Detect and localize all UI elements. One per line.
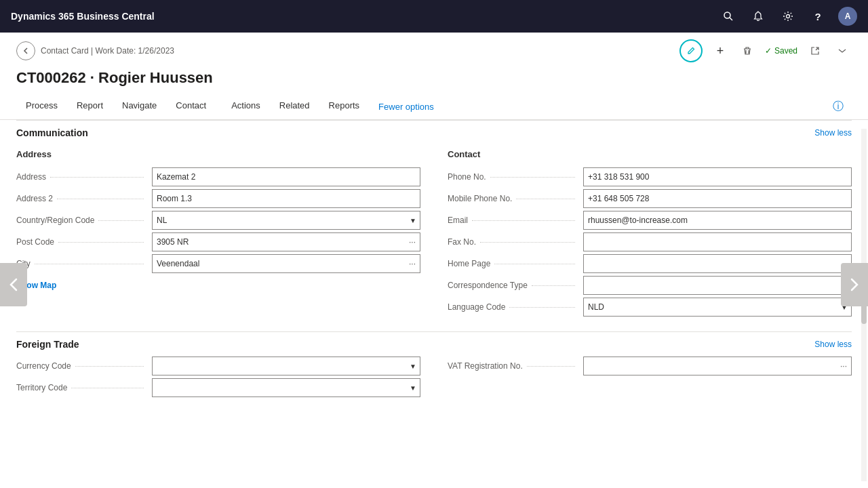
topbar: Dynamics 365 Business Central ? A bbox=[0, 0, 868, 33]
territory-select[interactable] bbox=[152, 378, 420, 397]
foreign-trade-right-column: VAT Registration No. ··· bbox=[448, 355, 852, 399]
svg-point-0 bbox=[724, 12, 730, 18]
user-avatar[interactable]: A bbox=[838, 7, 857, 26]
postcode-lookup-icon[interactable]: ··· bbox=[405, 233, 420, 251]
tab-contact[interactable]: Contact bbox=[166, 94, 216, 119]
email-field-row: Email bbox=[448, 209, 852, 231]
country-select[interactable]: NL bbox=[152, 211, 420, 230]
settings-icon[interactable] bbox=[778, 7, 797, 26]
vat-input-wrapper: ··· bbox=[583, 357, 852, 375]
postcode-input[interactable] bbox=[152, 232, 420, 251]
currency-label: Currency Code bbox=[16, 361, 152, 371]
phone-label: Phone No. bbox=[448, 172, 583, 182]
territory-label: Territory Code bbox=[16, 383, 152, 392]
mobile-input[interactable] bbox=[583, 189, 852, 208]
phone-field-row: Phone No. bbox=[448, 166, 852, 188]
saved-status: ✓ Saved bbox=[765, 46, 797, 56]
correspondence-field-row: Correspondence Type ▼ bbox=[448, 274, 852, 296]
vat-lookup-icon[interactable]: ··· bbox=[836, 357, 851, 375]
notification-icon[interactable] bbox=[749, 7, 768, 26]
foreign-trade-title: Foreign Trade bbox=[16, 339, 79, 350]
currency-select-wrapper: ▼ bbox=[152, 357, 420, 375]
contact-column: Contact Phone No. Mobile Phone No. bbox=[448, 144, 852, 318]
homepage-label: Home Page bbox=[448, 259, 583, 268]
phone-input[interactable] bbox=[583, 167, 852, 186]
tab-group-1: Process Report Navigate Contact bbox=[16, 94, 216, 119]
communication-form-grid: Address Address Address 2 bbox=[16, 144, 852, 331]
back-button[interactable] bbox=[16, 41, 35, 60]
main-content: Communication Show less Address Address bbox=[0, 120, 868, 488]
add-button[interactable]: + bbox=[711, 41, 730, 60]
communication-section-header: Communication Show less bbox=[16, 120, 852, 144]
page-header: Contact Card | Work Date: 1/26/2023 + ✓ … bbox=[0, 33, 868, 120]
tab-report[interactable]: Report bbox=[67, 94, 113, 119]
foreign-trade-left-column: Currency Code ▼ bbox=[16, 355, 420, 399]
territory-field-row: Territory Code ▼ bbox=[16, 377, 420, 399]
postcode-field-row: Post Code ··· bbox=[16, 231, 420, 253]
language-field-row: Language Code NLD ▼ bbox=[448, 296, 852, 318]
tab-related[interactable]: Related bbox=[270, 94, 319, 119]
open-new-window-icon[interactable] bbox=[806, 41, 825, 60]
info-icon[interactable]: ⓘ bbox=[825, 94, 852, 119]
city-input[interactable] bbox=[152, 254, 420, 273]
help-icon[interactable]: ? bbox=[808, 7, 827, 26]
city-field-row: City ··· bbox=[16, 253, 420, 274]
tab-navigate[interactable]: Navigate bbox=[113, 94, 166, 119]
address2-label: Address 2 bbox=[16, 194, 152, 203]
tab-group-2: Actions Related Reports bbox=[222, 94, 369, 119]
city-input-wrapper: ··· bbox=[152, 254, 420, 273]
address2-field-row: Address 2 bbox=[16, 188, 420, 209]
tab-bar: Process Report Navigate Contact Actions … bbox=[16, 94, 852, 119]
delete-button[interactable] bbox=[738, 41, 757, 60]
nav-arrow-right[interactable] bbox=[841, 263, 868, 306]
address-input[interactable] bbox=[152, 167, 420, 186]
email-label: Email bbox=[448, 216, 583, 225]
correspondence-select[interactable] bbox=[583, 276, 852, 295]
vat-label: VAT Registration No. bbox=[448, 361, 583, 371]
city-lookup-icon[interactable]: ··· bbox=[405, 255, 420, 272]
breadcrumb-bar: Contact Card | Work Date: 1/26/2023 + ✓ … bbox=[16, 33, 852, 66]
nav-arrow-left[interactable] bbox=[0, 263, 27, 306]
fax-field-row: Fax No. bbox=[448, 231, 852, 253]
language-select[interactable]: NLD bbox=[583, 298, 852, 317]
country-select-wrapper: NL ▼ bbox=[152, 211, 420, 230]
currency-field-row: Currency Code ▼ bbox=[16, 355, 420, 377]
fewer-options-button[interactable]: Fewer options bbox=[369, 95, 443, 119]
communication-show-less[interactable]: Show less bbox=[814, 128, 852, 138]
foreign-trade-section: Foreign Trade Show less Currency Code bbox=[0, 331, 868, 412]
currency-select[interactable] bbox=[152, 357, 420, 375]
page-title: CT000262 · Rogier Huussen bbox=[16, 66, 852, 94]
contact-column-title: Contact bbox=[448, 144, 852, 166]
tab-actions[interactable]: Actions bbox=[222, 94, 270, 119]
communication-section: Communication Show less Address Address bbox=[0, 120, 868, 331]
foreign-trade-show-less[interactable]: Show less bbox=[814, 340, 852, 349]
tab-reports[interactable]: Reports bbox=[319, 94, 370, 119]
mobile-field-row: Mobile Phone No. bbox=[448, 188, 852, 209]
edit-button[interactable] bbox=[679, 39, 703, 62]
country-label: Country/Region Code bbox=[16, 216, 152, 225]
country-field-row: Country/Region Code NL ▼ bbox=[16, 209, 420, 231]
search-icon[interactable] bbox=[719, 7, 738, 26]
page-container: Contact Card | Work Date: 1/26/2023 + ✓ … bbox=[0, 33, 868, 488]
breadcrumb: Contact Card | Work Date: 1/26/2023 bbox=[41, 46, 174, 56]
collapse-icon[interactable] bbox=[833, 41, 852, 60]
svg-line-1 bbox=[730, 18, 732, 20]
homepage-input[interactable] bbox=[583, 254, 852, 273]
svg-point-2 bbox=[787, 15, 790, 18]
address-column-title: Address bbox=[16, 144, 420, 166]
tab-process[interactable]: Process bbox=[16, 94, 67, 119]
email-input[interactable] bbox=[583, 211, 852, 230]
correspondence-select-wrapper: ▼ bbox=[583, 276, 852, 295]
correspondence-label: Correspondence Type bbox=[448, 281, 583, 290]
postcode-label: Post Code bbox=[16, 237, 152, 247]
homepage-field-row: Home Page bbox=[448, 253, 852, 274]
fax-input[interactable] bbox=[583, 232, 852, 251]
address-field-row: Address bbox=[16, 166, 420, 188]
mobile-label: Mobile Phone No. bbox=[448, 194, 583, 203]
vat-input[interactable] bbox=[583, 357, 852, 375]
territory-select-wrapper: ▼ bbox=[152, 378, 420, 397]
address-column: Address Address Address 2 bbox=[16, 144, 420, 318]
address2-input[interactable] bbox=[152, 189, 420, 208]
foreign-trade-section-header: Foreign Trade Show less bbox=[16, 331, 852, 355]
language-label: Language Code bbox=[448, 302, 583, 312]
